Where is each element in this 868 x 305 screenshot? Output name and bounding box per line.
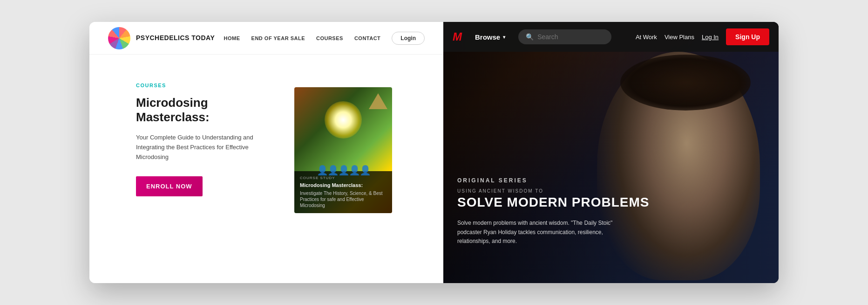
card-subtitle: Investigate The History, Science, & Best… bbox=[300, 190, 387, 208]
hero-main-title: SOLVE MODERN PROBLEMS bbox=[457, 195, 650, 210]
hero-description: Solve modern problems with ancient wisdo… bbox=[457, 219, 634, 246]
search-input[interactable] bbox=[537, 33, 604, 41]
card-glow bbox=[325, 101, 362, 139]
nav-home[interactable]: HOME bbox=[224, 35, 240, 41]
enroll-button[interactable]: ENROLL NOW bbox=[136, 176, 203, 197]
nav-courses[interactable]: COURSES bbox=[316, 35, 343, 41]
login-button[interactable]: Login bbox=[392, 32, 425, 45]
logo-name: PSYCHEDELICS TODAY bbox=[136, 34, 215, 42]
sign-up-button[interactable]: Sign Up bbox=[726, 28, 769, 45]
right-panel: ORIGINAL SERIES USING ANCIENT WISDOM TO … bbox=[443, 22, 779, 283]
course-title: Microdosing Masterclass: bbox=[136, 96, 276, 125]
right-header: M Browse ▾ 🔍 At Work View Plans Log In S… bbox=[443, 22, 779, 52]
right-nav: At Work View Plans Log In Sign Up bbox=[636, 28, 769, 45]
card-text-area: COURSE STUDY Microdosing Masterclass: In… bbox=[294, 171, 392, 213]
right-hero: ORIGINAL SERIES USING ANCIENT WISDOM TO … bbox=[443, 22, 779, 283]
view-plans-link[interactable]: View Plans bbox=[665, 34, 694, 41]
left-header: PSYCHEDELICS TODAY HOME END OF YEAR SALE… bbox=[89, 22, 443, 55]
study-label: COURSE STUDY bbox=[300, 176, 387, 180]
nav-contact[interactable]: CONTACT bbox=[354, 35, 380, 41]
screen-wrapper: PSYCHEDELICS TODAY HOME END OF YEAR SALE… bbox=[89, 22, 779, 283]
log-in-link[interactable]: Log In bbox=[702, 34, 719, 41]
at-work-link[interactable]: At Work bbox=[636, 34, 657, 41]
triangle-badge bbox=[369, 92, 387, 111]
course-description: Your Complete Guide to Understanding and… bbox=[136, 133, 276, 162]
hero-content: ORIGINAL SERIES USING ANCIENT WISDOM TO … bbox=[457, 177, 650, 246]
nav-sale[interactable]: END OF YEAR SALE bbox=[251, 35, 305, 41]
logo-text: PSYCHEDELICS TODAY bbox=[136, 34, 215, 42]
logo-icon bbox=[108, 27, 130, 49]
chevron-down-icon: ▾ bbox=[503, 35, 505, 40]
triangle-icon bbox=[369, 93, 387, 109]
course-image-area: 👤👤👤👤👤 COURSE STUDY Microdosing Mastercla… bbox=[294, 87, 415, 213]
masterclass-logo: M bbox=[453, 30, 462, 43]
card-title: Microdosing Masterclass: bbox=[300, 182, 387, 188]
hero-background: ORIGINAL SERIES USING ANCIENT WISDOM TO … bbox=[443, 22, 779, 283]
course-card: 👤👤👤👤👤 COURSE STUDY Microdosing Mastercla… bbox=[294, 87, 392, 213]
series-label: ORIGINAL SERIES bbox=[457, 177, 650, 184]
card-figures: 👤👤👤👤👤 bbox=[294, 165, 392, 176]
search-icon: 🔍 bbox=[526, 33, 534, 41]
category-label: COURSES bbox=[136, 83, 276, 88]
left-panel: PSYCHEDELICS TODAY HOME END OF YEAR SALE… bbox=[89, 22, 443, 283]
left-content: COURSES Microdosing Masterclass: Your Co… bbox=[89, 55, 443, 283]
using-text: USING ANCIENT WISDOM TO bbox=[457, 188, 650, 194]
browse-label: Browse bbox=[475, 33, 500, 41]
search-bar[interactable]: 🔍 bbox=[518, 29, 611, 44]
left-nav: HOME END OF YEAR SALE COURSES CONTACT Lo… bbox=[224, 32, 425, 45]
browse-button[interactable]: Browse ▾ bbox=[469, 29, 511, 45]
left-text-area: COURSES Microdosing Masterclass: Your Co… bbox=[136, 78, 276, 196]
